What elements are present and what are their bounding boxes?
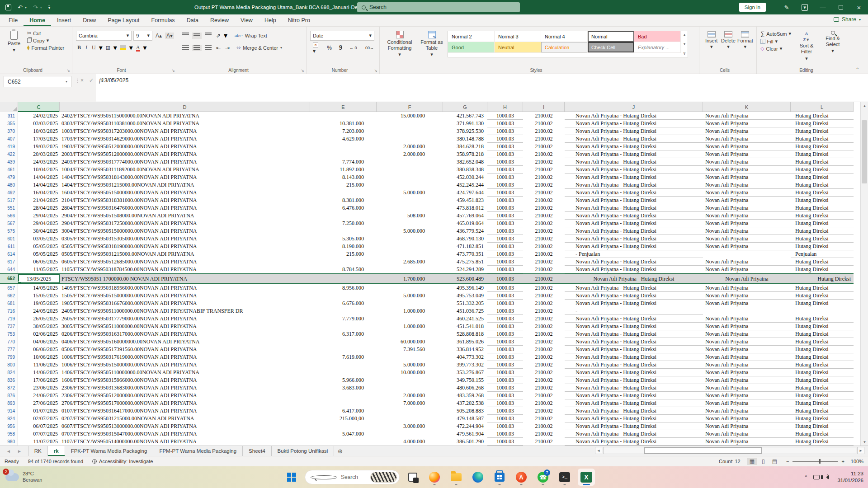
sheet-tab-fpm-pt-warna-media-packaging[interactable]: FPM-PT Warna Media Packaging: [153, 446, 243, 456]
cell-F517[interactable]: [377, 197, 443, 204]
clear-button[interactable]: ◇Clear▾: [760, 46, 791, 52]
cell-K737[interactable]: Novan Adi Priyatna: [703, 323, 791, 330]
cell-C681[interactable]: 19/05/2025: [18, 300, 60, 307]
cell-I407[interactable]: 2100.02: [523, 135, 565, 143]
cell-I492[interactable]: 2100.02: [523, 189, 565, 197]
cell-I719[interactable]: 2100.02: [523, 315, 565, 323]
row-header-355[interactable]: 355: [0, 120, 18, 127]
cell-E517[interactable]: 8.381.000: [310, 197, 377, 204]
cell-H439[interactable]: 1000.03: [487, 158, 523, 166]
column-header-H[interactable]: H: [487, 102, 523, 112]
redo-caret-icon[interactable]: ▾: [40, 5, 42, 9]
cell-H479[interactable]: 1000.03: [487, 174, 523, 181]
cell-F777[interactable]: 7.391.560: [377, 346, 443, 353]
cell-G492[interactable]: 424.797.644: [443, 189, 487, 197]
cell-I652[interactable]: 2100.02: [523, 274, 565, 283]
sign-in-button[interactable]: Sign in: [739, 3, 766, 12]
cell-H601[interactable]: 1000.03: [487, 235, 523, 243]
cell-C824[interactable]: 14/06/2025: [18, 369, 60, 376]
cell-I716[interactable]: 2100.02: [523, 307, 565, 315]
cell-L956[interactable]: Hutang Direksi: [791, 422, 854, 430]
row-header-876[interactable]: 876: [0, 392, 18, 399]
cell-I777[interactable]: 2100.02: [523, 346, 565, 353]
cell-F799[interactable]: [377, 353, 443, 361]
cell-E407[interactable]: 4.629.000: [310, 135, 377, 143]
column-header-E[interactable]: E: [310, 102, 377, 112]
cell-J479[interactable]: Novan Adi Priyatna - Hutang Direksi: [565, 174, 703, 181]
cell-J737[interactable]: Novan Adi Priyatna - Hutang Direksi: [565, 323, 703, 330]
cell-G956[interactable]: 472.244.904: [443, 422, 487, 430]
cell-K824[interactable]: Novan Adi Priyatna: [703, 369, 791, 376]
cell-F479[interactable]: [377, 174, 443, 181]
cell-C662[interactable]: 15/05/2025: [18, 292, 60, 300]
orientation-button[interactable]: ⇗: [215, 33, 222, 39]
row-header-824[interactable]: 824: [0, 369, 18, 376]
row-header-716[interactable]: 716: [0, 307, 18, 315]
cell-E716[interactable]: [310, 307, 377, 315]
cell-C492[interactable]: 16/04/2025: [18, 189, 60, 197]
style-normal[interactable]: Normal: [588, 31, 634, 42]
cell-K753[interactable]: Novan Adi Priyatna: [703, 330, 791, 338]
row-header-407[interactable]: 407: [0, 135, 18, 143]
cell-J611[interactable]: Novan Adi Priyatna - Hutang Direksi: [565, 243, 703, 250]
cell-F824[interactable]: 10.000.000: [377, 369, 443, 376]
cell-F876[interactable]: 2.000.000: [377, 392, 443, 399]
cell-H480[interactable]: 1000.03: [487, 181, 523, 189]
cell-L439[interactable]: Hutang Direksi: [791, 158, 854, 166]
cell-G980[interactable]: 386.501.290: [443, 438, 487, 446]
cell-F956[interactable]: 3.000.000: [377, 422, 443, 430]
taskbar-button-edge[interactable]: [469, 469, 486, 486]
cell-J461[interactable]: Novan Adi Priyatna - Hutang Direksi: [565, 166, 703, 174]
cell-L422[interactable]: Hutang Direksi: [791, 150, 854, 158]
row-header-737[interactable]: 737: [0, 323, 18, 330]
cell-I567[interactable]: 2100.02: [523, 220, 565, 227]
cell-C355[interactable]: 03/03/2025: [18, 120, 60, 127]
title-search-box[interactable]: Search: [357, 2, 520, 12]
style-normal-2[interactable]: Normal 2: [448, 31, 495, 42]
column-header-J[interactable]: J: [565, 102, 703, 112]
cell-L836[interactable]: Hutang Direksi: [791, 376, 854, 384]
cell-L601[interactable]: Hutang Direksi: [791, 235, 854, 243]
cell-K575[interactable]: Novan Adi Priyatna: [703, 227, 791, 235]
cell-H422[interactable]: 1000.03: [487, 150, 523, 158]
row-header-914[interactable]: 914: [0, 407, 18, 415]
cell-H492[interactable]: 1000.03: [487, 189, 523, 197]
row-header-601[interactable]: 601: [0, 235, 18, 243]
wrap-text-button[interactable]: ab↩Wrap Text: [233, 32, 269, 39]
cell-L614[interactable]: Penjualan: [791, 250, 854, 258]
undo-caret-icon[interactable]: ▾: [25, 5, 27, 9]
cell-I956[interactable]: 2100.02: [523, 422, 565, 430]
cell-G611[interactable]: 471.182.851: [443, 243, 487, 250]
cell-K719[interactable]: Novan Adi Priyatna: [703, 315, 791, 323]
cell-E311[interactable]: [310, 112, 377, 120]
cell-E439[interactable]: 7.774.000: [310, 158, 377, 166]
cell-H644[interactable]: 1000.03: [487, 266, 523, 273]
row-header-980[interactable]: 980: [0, 438, 18, 446]
cell-G836[interactable]: 349.750.155: [443, 376, 487, 384]
cell-G800[interactable]: 399.773.302: [443, 361, 487, 369]
cell-H914[interactable]: 1000.03: [487, 407, 523, 415]
cell-H617[interactable]: 1000.03: [487, 258, 523, 266]
restore-button[interactable]: [832, 0, 850, 14]
cell-E611[interactable]: 8.190.000: [310, 243, 377, 250]
cell-I799[interactable]: 2100.02: [523, 353, 565, 361]
cell-E480[interactable]: 215.000: [310, 181, 377, 189]
cell-J614[interactable]: - Penjualan: [565, 250, 703, 258]
autosum-button[interactable]: ∑AutoSum▾: [760, 30, 791, 37]
cell-H517[interactable]: 1000.03: [487, 197, 523, 204]
cell-E681[interactable]: 6.676.000: [310, 300, 377, 307]
tray-chevron-icon[interactable]: ^: [805, 474, 807, 480]
cell-L492[interactable]: Hutang Direksi: [791, 189, 854, 197]
cell-K566[interactable]: Novan Adi Priyatna: [703, 212, 791, 220]
cell-F716[interactable]: 1.000.000: [377, 307, 443, 315]
font-dialog-launcher-icon[interactable]: ↘: [171, 68, 175, 73]
cell-E567[interactable]: 7.250.000: [310, 220, 377, 227]
cell-L980[interactable]: Hutang Direksi: [791, 438, 854, 446]
style-check-cell[interactable]: Check Cell: [588, 42, 634, 53]
cell-G753[interactable]: 528.808.818: [443, 330, 487, 338]
cell-I311[interactable]: 2100.02: [523, 112, 565, 120]
increase-indent-button[interactable]: ⇥: [224, 45, 231, 51]
cell-K614[interactable]: [703, 250, 791, 258]
cell-L924[interactable]: Hutang Direksi: [791, 415, 854, 422]
column-header-K[interactable]: K: [703, 102, 791, 112]
